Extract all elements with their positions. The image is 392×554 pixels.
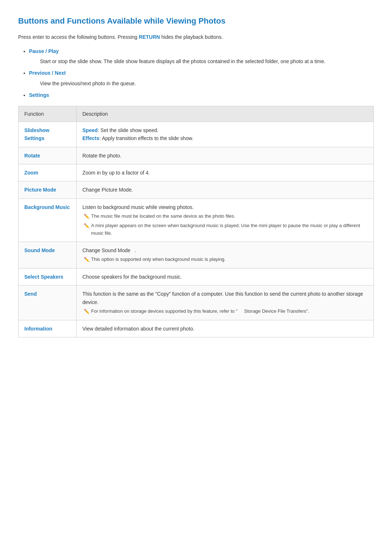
- intro-text: Press enter to access the following butt…: [18, 34, 139, 40]
- note-text: This option is supported only when backg…: [91, 256, 226, 263]
- desc-zoom: Zoom in by up to a factor of 4.: [77, 164, 374, 181]
- func-zoom: Zoom: [19, 164, 77, 181]
- func-rotate: Rotate: [19, 147, 77, 164]
- note-line: ✏️ For information on storage devices su…: [84, 308, 368, 316]
- table-row: Rotate Rotate the photo.: [19, 147, 374, 164]
- func-background-music: Background Music: [19, 198, 77, 242]
- col-function: Function: [19, 106, 77, 122]
- desc-rotate: Rotate the photo.: [77, 147, 374, 164]
- intro-paragraph: Press enter to access the following butt…: [18, 33, 374, 41]
- func-slideshow-settings: Slideshow Settings: [19, 122, 77, 147]
- desc-send: This function is the same as the "Copy" …: [77, 286, 374, 320]
- settings-link: Settings: [29, 92, 49, 98]
- pencil-icon: ✏️: [84, 222, 90, 230]
- intro-end: hides the playback buttons.: [160, 34, 223, 40]
- desc-information: View detailed information about the curr…: [77, 320, 374, 337]
- pause-play-desc: Start or stop the slide show. The slide …: [40, 57, 374, 65]
- table-header-row: Function Description: [19, 106, 374, 122]
- bullet-settings: Settings: [29, 91, 374, 99]
- func-sound-mode: Sound Mode: [19, 242, 77, 268]
- func-information: Information: [19, 320, 77, 337]
- bullet-pause-play: Pause / Play Start or stop the slide sho…: [29, 47, 374, 66]
- page-title: Buttons and Functions Available while Vi…: [18, 15, 374, 27]
- table-row: Send This function is the same as the "C…: [19, 286, 374, 320]
- effects-highlight: Effects: [82, 135, 99, 141]
- return-highlight: RETURN: [139, 34, 160, 40]
- note-line: ✏️ This option is supported only when ba…: [84, 256, 368, 264]
- note-line: ✏️ A mini player appears on the screen w…: [84, 222, 368, 237]
- table-row: Information View detailed information ab…: [19, 320, 374, 337]
- pencil-icon: ✏️: [84, 308, 90, 316]
- col-description: Description: [77, 106, 374, 122]
- note-text: A mini player appears on the screen when…: [91, 222, 368, 237]
- desc-sound-mode: Change Sound Mode . ✏️ This option is su…: [77, 242, 374, 268]
- table-row: Background Music Listen to background mu…: [19, 198, 374, 242]
- bullet-previous-next: Previous / Next View the previous/next p…: [29, 69, 374, 87]
- previous-next-link: Previous / Next: [29, 70, 66, 76]
- pause-play-link: Pause / Play: [29, 48, 59, 54]
- table-row: Picture Mode Change Picture Mode.: [19, 181, 374, 198]
- previous-next-desc: View the previous/next photo in the queu…: [40, 79, 374, 87]
- table-row: Select Speakers Choose speakers for the …: [19, 268, 374, 285]
- note-text: For information on storage devices suppo…: [91, 308, 309, 315]
- table-row: Zoom Zoom in by up to a factor of 4.: [19, 164, 374, 181]
- table-row: Sound Mode Change Sound Mode . ✏️ This o…: [19, 242, 374, 268]
- desc-slideshow-settings: Speed: Set the slide show speed. Effects…: [77, 122, 374, 147]
- func-send: Send: [19, 286, 77, 320]
- settings-table: Function Description Slideshow Settings …: [18, 106, 374, 338]
- speed-highlight: Speed: [82, 127, 98, 133]
- table-row: Slideshow Settings Speed: Set the slide …: [19, 122, 374, 147]
- pencil-icon: ✏️: [84, 256, 90, 264]
- bullet-list-section: Pause / Play Start or stop the slide sho…: [25, 47, 374, 99]
- pencil-icon: ✏️: [84, 213, 90, 221]
- desc-picture-mode: Change Picture Mode.: [77, 181, 374, 198]
- note-line: ✏️ The music file must be located on the…: [84, 213, 368, 221]
- desc-select-speakers: Choose speakers for the background music…: [77, 268, 374, 285]
- func-picture-mode: Picture Mode: [19, 181, 77, 198]
- note-text: The music file must be located on the sa…: [91, 213, 235, 220]
- func-select-speakers: Select Speakers: [19, 268, 77, 285]
- desc-background-music: Listen to background music while viewing…: [77, 198, 374, 242]
